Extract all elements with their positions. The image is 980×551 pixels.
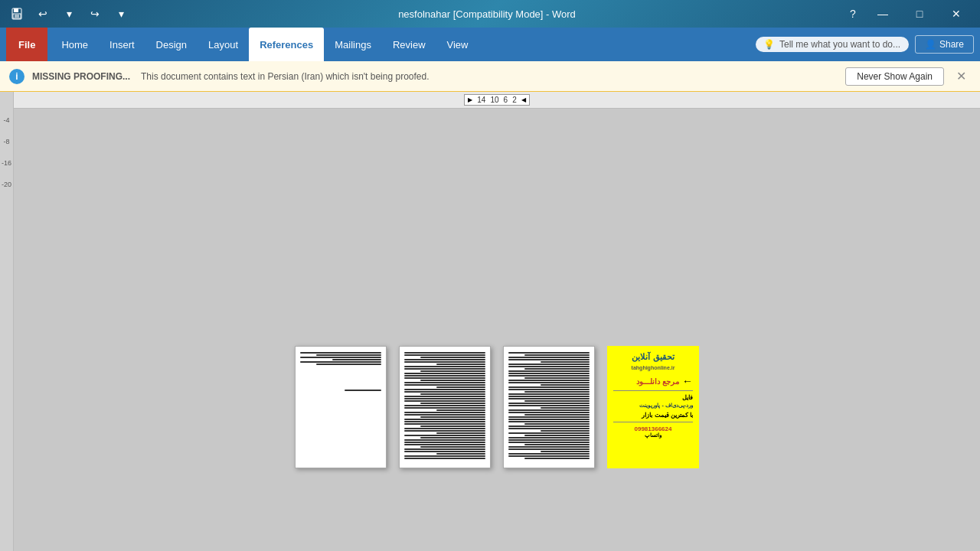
ad-title: تحقیق آنلاین <box>613 352 693 362</box>
content-area: -4 -8 -16 -20 <box>0 109 980 551</box>
ad-divider <box>613 390 693 391</box>
ad-site: tahghighonline.ir <box>613 365 693 370</box>
ribbon: File Home Insert Design Layout Reference… <box>0 28 980 61</box>
ad-arrow-icon: ← <box>682 375 693 387</box>
ruler-value-10: 10 <box>490 96 498 104</box>
tab-layout[interactable]: Layout <box>198 28 249 61</box>
person-icon: 👤 <box>925 39 936 50</box>
window-controls: ? — □ ✕ <box>842 2 974 25</box>
tell-me-placeholder: Tell me what you want to do... <box>779 39 900 50</box>
ruler-triangle-left: ▶ <box>468 96 472 103</box>
svg-rect-3 <box>15 15 19 18</box>
info-icon: i <box>9 69 24 84</box>
notification-title: MISSING PROOFING... <box>32 71 130 82</box>
share-button[interactable]: 👤 Share <box>915 35 974 54</box>
help-button[interactable]: ? <box>842 3 864 24</box>
tab-file[interactable]: File <box>6 28 47 61</box>
ribbon-right-area: 💡 Tell me what you want to do... 👤 Share <box>756 35 974 54</box>
notification-message: This document contains text in Persian (… <box>141 71 838 82</box>
lightbulb-icon: 💡 <box>763 39 775 50</box>
tab-mailings[interactable]: Mailings <box>324 28 382 61</box>
svg-rect-1 <box>14 8 18 12</box>
ad-phone-label: واتساپ <box>613 432 693 439</box>
tab-home[interactable]: Home <box>51 28 99 61</box>
ad-phone: 09981366624 <box>613 425 693 432</box>
ad-desc2: با کمترین قیمت بازار <box>613 412 693 419</box>
never-show-again-button[interactable]: Never Show Again <box>845 67 944 86</box>
ad-tagline1: مرجع دانلـــود <box>636 377 679 386</box>
save-button[interactable] <box>6 3 28 24</box>
ruler-mark-8: -8 <box>3 138 9 145</box>
pages-row: تحقیق آنلاین tahghighonline.ir ← مرجع دا… <box>295 346 699 468</box>
ruler-side-left <box>0 92 14 109</box>
page-2 <box>399 346 491 468</box>
ruler-widget: ▶ 14 10 6 2 ◀ <box>464 94 529 106</box>
page-3-content <box>504 347 594 465</box>
quick-access-dropdown[interactable]: ▾ <box>110 3 132 24</box>
ad-desc1: ورد-پی‌دی‌اف - پاورپوینت <box>613 403 693 409</box>
tell-me-input[interactable]: 💡 Tell me what you want to do... <box>756 37 909 52</box>
page-1 <box>295 346 387 468</box>
ad-divider-2 <box>613 422 693 422</box>
ribbon-tab-bar: File Home Insert Design Layout Reference… <box>0 28 980 61</box>
window-title: nesfolnahar [Compatibility Mode] - Word <box>132 8 842 20</box>
page-1-content <box>296 347 386 435</box>
notification-bar: i MISSING PROOFING... This document cont… <box>0 61 980 92</box>
ruler-main: ▶ 14 10 6 2 ◀ <box>14 92 980 109</box>
undo-dropdown[interactable]: ▾ <box>58 3 80 24</box>
undo-button[interactable]: ↩ <box>32 3 54 24</box>
document-canvas[interactable]: تحقیق آنلاین tahghighonline.ir ← مرجع دا… <box>14 109 980 551</box>
maximize-button[interactable]: □ <box>902 2 937 25</box>
ad-content: تحقیق آنلاین tahghighonline.ir ← مرجع دا… <box>607 346 699 445</box>
ad-logo-row: ← مرجع دانلـــود <box>613 375 693 387</box>
ad-tagline2: فایل <box>613 394 693 401</box>
ruler-value-14: 14 <box>477 96 485 104</box>
minimize-button[interactable]: — <box>865 2 900 25</box>
ruler-triangle-right: ◀ <box>521 96 526 103</box>
title-text: nesfolnahar [Compatibility Mode] - Word <box>398 8 576 20</box>
tab-review[interactable]: Review <box>382 28 436 61</box>
page-4-advertisement: تحقیق آنلاین tahghighonline.ir ← مرجع دا… <box>607 346 699 468</box>
title-bar: ↩ ▾ ↪ ▾ nesfolnahar [Compatibility Mode]… <box>0 0 980 28</box>
tab-insert[interactable]: Insert <box>99 28 145 61</box>
ruler-mark-16: -16 <box>2 159 11 167</box>
tab-design[interactable]: Design <box>145 28 198 61</box>
page-3 <box>503 346 595 468</box>
ruler-value-6: 6 <box>504 96 508 104</box>
ruler-value-2: 2 <box>512 96 517 104</box>
tab-view[interactable]: View <box>436 28 479 61</box>
left-ruler: -4 -8 -16 -20 <box>0 109 14 551</box>
ruler-area: ▶ 14 10 6 2 ◀ <box>0 92 980 109</box>
ruler-mark-4: -4 <box>3 116 9 124</box>
ruler-mark-20: -20 <box>2 181 11 188</box>
redo-button[interactable]: ↪ <box>84 3 106 24</box>
close-button[interactable]: ✕ <box>939 2 974 25</box>
quick-access-toolbar: ↩ ▾ ↪ ▾ <box>6 3 132 24</box>
page-2-content <box>400 347 490 465</box>
tab-references[interactable]: References <box>249 28 324 61</box>
notification-close-button[interactable]: ✕ <box>952 67 971 85</box>
